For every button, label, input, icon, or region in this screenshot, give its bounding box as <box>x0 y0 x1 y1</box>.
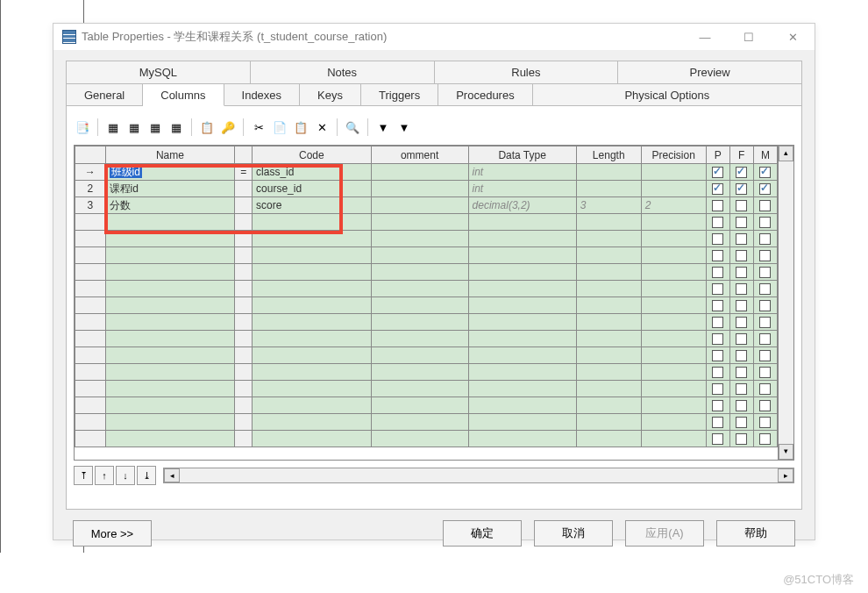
cell-m[interactable] <box>753 197 777 214</box>
cell-precision[interactable] <box>641 164 706 181</box>
cell-p[interactable] <box>706 181 729 197</box>
scroll-down-icon[interactable]: ▾ <box>779 444 793 460</box>
table-row[interactable] <box>75 381 778 397</box>
scroll-left-icon[interactable]: ◂ <box>164 468 180 482</box>
col-header-m[interactable]: M <box>753 146 777 164</box>
close-button[interactable]: ✕ <box>779 31 806 44</box>
cell-name[interactable]: 班级id <box>105 164 235 181</box>
cell-datatype[interactable]: int <box>468 181 576 197</box>
tab-procedures[interactable]: Procedures <box>438 83 532 106</box>
more-button[interactable]: More >> <box>73 520 152 547</box>
table-row[interactable] <box>75 431 778 447</box>
cell-m[interactable] <box>753 181 777 197</box>
scroll-right-icon[interactable]: ▸ <box>778 468 793 482</box>
cell-code[interactable]: score <box>253 197 372 214</box>
cell-code[interactable]: course_id <box>253 181 372 197</box>
cell-datatype[interactable]: int <box>468 164 576 181</box>
col-header-comment[interactable]: omment <box>371 146 468 164</box>
maximize-button[interactable]: ☐ <box>736 31 762 44</box>
col-header-length[interactable]: Length <box>576 146 641 164</box>
table-row[interactable] <box>75 297 778 314</box>
table-row[interactable] <box>75 231 778 247</box>
col-header-f[interactable]: F <box>729 146 753 164</box>
filter2-icon[interactable]: ▼ <box>395 118 413 136</box>
move-down-button[interactable]: ↓ <box>116 466 135 485</box>
help-button[interactable]: 帮助 <box>716 520 795 547</box>
tab-keys[interactable]: Keys <box>300 83 361 106</box>
table-row[interactable] <box>75 281 778 297</box>
properties-icon[interactable]: 📑 <box>74 118 91 136</box>
tab-preview[interactable]: Preview <box>618 61 802 83</box>
tab-mysql[interactable]: MySQL <box>66 61 251 83</box>
col-header-code[interactable]: Code <box>253 146 372 164</box>
cell-code[interactable]: class_id <box>253 164 372 181</box>
cell-precision[interactable]: 2 <box>641 197 706 214</box>
watermark: @51CTO博客 <box>783 572 854 588</box>
table-row[interactable] <box>75 364 778 381</box>
table-row[interactable]: 2 课程id course_id int <box>75 181 778 197</box>
cell-length[interactable] <box>576 181 641 197</box>
columns-grid[interactable]: Name Code omment Data Type Length Precis… <box>74 145 794 461</box>
cut-icon[interactable]: ✂ <box>250 118 267 136</box>
filter-icon[interactable]: ▼ <box>374 118 392 136</box>
cell-m[interactable] <box>753 164 777 181</box>
find-icon[interactable]: 🔍 <box>344 118 361 136</box>
ok-button[interactable]: 确定 <box>443 520 522 547</box>
cell-comment[interactable] <box>371 164 468 181</box>
cell-f[interactable] <box>729 197 753 214</box>
col-header-eq[interactable] <box>235 146 253 164</box>
key-icon[interactable]: 🔑 <box>219 118 237 136</box>
table-row[interactable]: → 班级id = class_id int <box>75 164 778 181</box>
table-row[interactable] <box>75 314 778 331</box>
first-row-button[interactable]: ⤒ <box>74 466 93 485</box>
cell-name[interactable]: 课程id <box>105 181 235 197</box>
cell-precision[interactable] <box>641 181 706 197</box>
copy-icon[interactable]: 📋 <box>198 118 216 136</box>
horizontal-scrollbar[interactable]: ◂ ▸ <box>163 468 794 483</box>
cell-name[interactable]: 分数 <box>105 197 235 214</box>
cell-comment[interactable] <box>371 181 468 197</box>
move-up-button[interactable]: ↑ <box>95 466 114 485</box>
tab-physical-options[interactable]: Physical Options <box>533 83 802 106</box>
duplicate-row-icon[interactable]: ▦ <box>167 118 185 136</box>
table-row[interactable] <box>75 347 778 364</box>
scroll-up-icon[interactable]: ▴ <box>779 146 793 161</box>
cell-p[interactable] <box>706 164 729 181</box>
table-row[interactable] <box>75 264 778 281</box>
tab-indexes[interactable]: Indexes <box>224 83 301 106</box>
cell-length[interactable] <box>576 164 641 181</box>
tab-rules[interactable]: Rules <box>435 61 619 83</box>
tab-general[interactable]: General <box>66 83 143 106</box>
last-row-button[interactable]: ⤓ <box>137 466 156 485</box>
delete-icon[interactable]: ✕ <box>313 118 331 136</box>
paste-icon[interactable]: 📋 <box>292 118 309 136</box>
cell-length[interactable]: 3 <box>576 197 641 214</box>
cell-f[interactable] <box>729 181 753 197</box>
cancel-button[interactable]: 取消 <box>534 520 613 547</box>
minimize-button[interactable]: — <box>692 31 718 44</box>
table-row[interactable] <box>75 414 778 431</box>
insert-row-icon[interactable]: ▦ <box>104 118 122 136</box>
append-row-icon[interactable]: ▦ <box>146 118 164 136</box>
cell-comment[interactable] <box>371 197 468 214</box>
table-row[interactable] <box>75 397 778 414</box>
table-row[interactable]: 3 分数 score decimal(3,2) 3 2 <box>75 197 778 214</box>
copy2-icon[interactable]: 📄 <box>271 118 288 136</box>
col-header-name[interactable]: Name <box>105 146 235 164</box>
tab-columns[interactable]: Columns <box>143 83 224 106</box>
col-header-p[interactable]: P <box>706 146 729 164</box>
tab-triggers[interactable]: Triggers <box>361 83 438 106</box>
cell-datatype[interactable]: decimal(3,2) <box>468 197 576 214</box>
col-header-index[interactable] <box>75 146 106 164</box>
add-row-icon[interactable]: ▦ <box>125 118 143 136</box>
apply-button[interactable]: 应用(A) <box>625 520 704 547</box>
tab-notes[interactable]: Notes <box>251 61 435 83</box>
table-row[interactable] <box>75 331 778 347</box>
table-row[interactable] <box>75 247 778 264</box>
vertical-scrollbar[interactable]: ▴ ▾ <box>778 146 793 460</box>
cell-p[interactable] <box>706 197 729 214</box>
col-header-precision[interactable]: Precision <box>641 146 706 164</box>
cell-f[interactable] <box>729 164 753 181</box>
table-row[interactable] <box>75 214 778 231</box>
col-header-datatype[interactable]: Data Type <box>468 146 576 164</box>
